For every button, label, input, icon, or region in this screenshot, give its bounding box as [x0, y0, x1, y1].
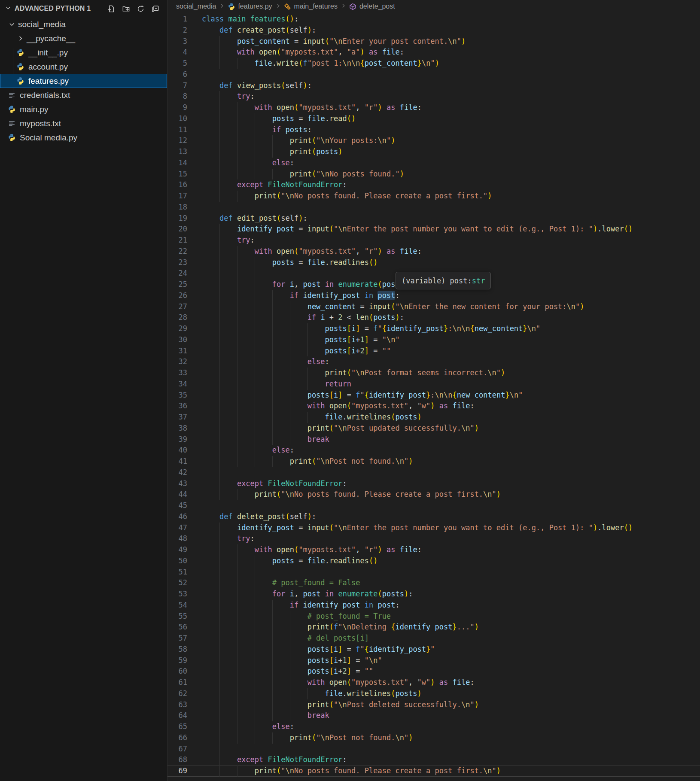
code-line-content[interactable]: # del posts[i]: [202, 633, 700, 644]
line-number[interactable]: 6: [167, 69, 202, 80]
code-line-content[interactable]: print("\nYour posts:\n"): [202, 135, 700, 146]
line-number[interactable]: 66: [167, 732, 202, 744]
line-number[interactable]: 29: [167, 323, 202, 334]
line-number[interactable]: 34: [167, 379, 202, 390]
line-number[interactable]: 65: [167, 721, 202, 732]
collapse-all-icon[interactable]: [151, 4, 159, 13]
code-line-content[interactable]: # post_found = True: [202, 611, 700, 622]
code-line-content[interactable]: def edit_post(self):: [202, 213, 700, 224]
line-number[interactable]: 46: [167, 511, 202, 523]
code-line-content[interactable]: file.writelines(posts): [202, 688, 700, 699]
code-line-content[interactable]: posts[i] = f"{identify_post}:\n\n{new_co…: [202, 323, 700, 334]
code-line-content[interactable]: def create_post(self):: [202, 25, 700, 36]
code-line-content[interactable]: posts[i+1] = "\n": [202, 334, 700, 346]
line-number[interactable]: 4: [167, 47, 202, 58]
code-line-content[interactable]: posts = file.readlines(): [202, 556, 700, 567]
line-number[interactable]: 48: [167, 533, 202, 544]
line-number[interactable]: 45: [167, 500, 202, 511]
code-line-content[interactable]: posts[i] = f"{identify_post}": [202, 644, 700, 655]
new-file-icon[interactable]: [107, 4, 116, 13]
code-line-content[interactable]: if posts:: [202, 125, 700, 136]
code-line-content[interactable]: [202, 500, 700, 511]
tree-item-__pycache__[interactable]: __pycache__: [0, 31, 167, 46]
code-line-content[interactable]: print(posts): [202, 146, 700, 158]
line-number[interactable]: 41: [167, 456, 202, 467]
code-line-content[interactable]: try:: [202, 235, 700, 246]
code-line-content[interactable]: print("\nPost not found.\n"): [202, 456, 700, 467]
line-number[interactable]: 56: [167, 622, 202, 633]
code-line-content[interactable]: print("\nPost format seems incorrect.\n"…: [202, 368, 700, 379]
line-number[interactable]: 35: [167, 390, 202, 401]
line-number[interactable]: 3: [167, 36, 202, 47]
tree-item-main.py[interactable]: main.py: [0, 102, 167, 116]
code-line-content[interactable]: posts = file.read(): [202, 113, 700, 125]
code-line-content[interactable]: identify_post = input("\nEnter the post …: [202, 523, 700, 534]
code-line-content[interactable]: def view_posts(self):: [202, 80, 700, 91]
code-line-content[interactable]: else:: [202, 356, 700, 368]
line-number[interactable]: 5: [167, 58, 202, 69]
line-number[interactable]: 24: [167, 268, 202, 279]
code-line-content[interactable]: try:: [202, 533, 700, 544]
code-line-content[interactable]: print("\nNo posts found."): [202, 169, 700, 180]
line-number[interactable]: 20: [167, 224, 202, 235]
code-line-content[interactable]: posts[i+2] = "": [202, 666, 700, 677]
code-line-content[interactable]: break: [202, 710, 700, 721]
line-number[interactable]: 37: [167, 412, 202, 423]
code-line-content[interactable]: if identify_post in post:: [202, 600, 700, 611]
code-line-content[interactable]: file.write(f"post 1:\n\n{post_content}\n…: [202, 58, 700, 69]
code-line-content[interactable]: with open("myposts.txt", "r") as file:: [202, 246, 700, 257]
line-number[interactable]: 18: [167, 202, 202, 213]
line-number[interactable]: 8: [167, 91, 202, 102]
code-line-content[interactable]: else:: [202, 445, 700, 456]
code-line-content[interactable]: print("\nNo posts found. Please create a…: [202, 489, 700, 500]
code-line-content[interactable]: posts[i+2] = "": [202, 346, 700, 357]
line-number[interactable]: 28: [167, 312, 202, 323]
code-line-content[interactable]: else:: [202, 158, 700, 169]
line-number[interactable]: 38: [167, 423, 202, 434]
line-number[interactable]: 60: [167, 666, 202, 677]
code-line-content[interactable]: with open("myposts.txt", "w") as file:: [202, 677, 700, 688]
code-line-content[interactable]: return: [202, 379, 700, 390]
tree-item-features.py[interactable]: features.py: [0, 74, 167, 88]
code-line-content[interactable]: post_content = input("\nEnter your post …: [202, 36, 700, 47]
new-folder-icon[interactable]: [122, 4, 130, 13]
line-number[interactable]: 36: [167, 401, 202, 412]
code-line-content[interactable]: with open("myposts.txt", "w") as file:: [202, 401, 700, 412]
code-line-content[interactable]: with open("myposts.txt", "a") as file:: [202, 47, 700, 58]
line-number[interactable]: 59: [167, 655, 202, 666]
line-number[interactable]: 68: [167, 754, 202, 766]
code-line-content[interactable]: print(f"\nDeleting {identify_post}..."): [202, 622, 700, 633]
code-line-content[interactable]: print("\nNo posts found. Please create a…: [202, 191, 700, 202]
line-number[interactable]: 61: [167, 677, 202, 688]
line-number[interactable]: 32: [167, 356, 202, 368]
line-number[interactable]: 67: [167, 744, 202, 755]
line-number[interactable]: 63: [167, 699, 202, 711]
line-number[interactable]: 19: [167, 213, 202, 224]
line-number[interactable]: 12: [167, 135, 202, 146]
line-number[interactable]: 40: [167, 445, 202, 456]
line-number[interactable]: 27: [167, 301, 202, 313]
line-number[interactable]: 42: [167, 467, 202, 478]
line-number[interactable]: 1: [167, 14, 202, 25]
code-line-content[interactable]: if identify_post in post:: [202, 290, 700, 301]
tree-item-social-media.py[interactable]: Social media.py: [0, 131, 167, 145]
code-line-content[interactable]: file.writelines(posts): [202, 412, 700, 423]
code-line-content[interactable]: # post_found = False: [202, 577, 700, 589]
line-number[interactable]: 15: [167, 169, 202, 180]
code-line-content[interactable]: [202, 467, 700, 478]
code-line-content[interactable]: else:: [202, 721, 700, 732]
code-line-content[interactable]: try:: [202, 91, 700, 102]
line-number[interactable]: 31: [167, 346, 202, 357]
line-number[interactable]: 22: [167, 246, 202, 257]
tree-item-account.py[interactable]: account.py: [0, 60, 167, 74]
line-number[interactable]: 58: [167, 644, 202, 655]
line-number[interactable]: 57: [167, 633, 202, 644]
code-line-content[interactable]: with open("myposts.txt", "r") as file:: [202, 544, 700, 556]
code-line-content[interactable]: except FileNotFoundError:: [202, 179, 700, 191]
tree-item-social_media[interactable]: social_media: [0, 17, 167, 31]
line-number[interactable]: 16: [167, 179, 202, 191]
code-line-content[interactable]: posts = file.readlines(): [202, 257, 700, 268]
code-line-content[interactable]: posts[i] = f"{identify_post}:\n\n{new_co…: [202, 390, 700, 401]
line-number[interactable]: 25: [167, 279, 202, 290]
code-line-content[interactable]: with open("myposts.txt", "r") as file:: [202, 102, 700, 113]
